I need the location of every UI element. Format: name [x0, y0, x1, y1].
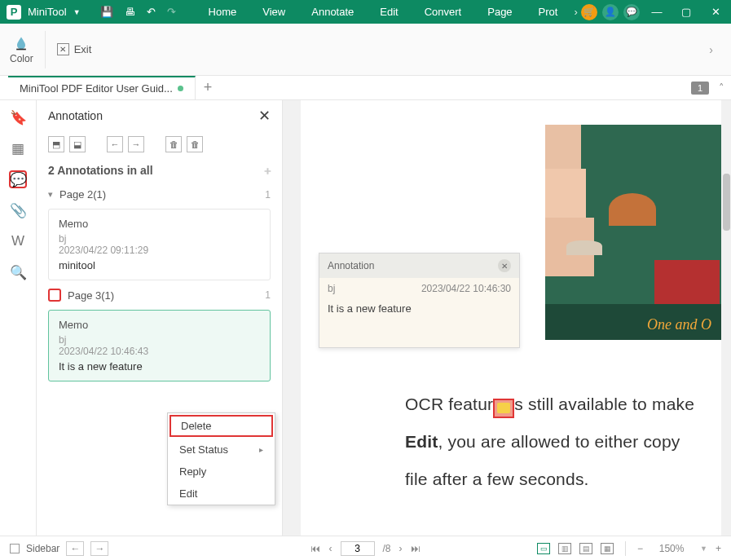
zoom-level-label: 150% — [651, 543, 692, 554]
collapse-all-icon[interactable]: ⬓ — [69, 136, 86, 152]
menu-view[interactable]: View — [249, 6, 298, 18]
annotation-toolbar: ⬒ ⬓ ← → 🗑 🗑 — [37, 131, 282, 157]
page-badge: 1 — [691, 82, 709, 95]
menu-page[interactable]: Page — [474, 6, 525, 18]
menu-convert[interactable]: Convert — [412, 6, 475, 18]
view-facing-cont-icon[interactable]: ▦ — [601, 543, 614, 554]
visibility-toggle-icon[interactable]: ᚐ — [265, 164, 271, 177]
delete-annotation-icon[interactable]: 🗑 — [165, 136, 182, 152]
annotation-group-page2[interactable]: ▾ Page 2(1) 1 — [37, 183, 282, 205]
ribbon: Color ✕ Exit › — [0, 24, 731, 76]
first-page-icon[interactable]: ⏮ — [310, 543, 320, 554]
popup-title: Annotation — [328, 260, 374, 271]
context-menu-set-status[interactable]: Set Status▸ — [168, 439, 275, 461]
prev-annotation-icon[interactable]: ← — [107, 136, 123, 152]
annotation-author: bj — [59, 334, 260, 346]
text-fragment: OCR featur — [405, 395, 493, 413]
annotation-group-page3[interactable]: Page 3(1) 1 — [37, 284, 282, 306]
annotation-panel-title: Annotation — [48, 109, 103, 122]
save-icon[interactable]: 💾 — [100, 6, 113, 18]
print-icon[interactable]: 🖶 — [125, 6, 135, 18]
context-menu-delete[interactable]: Delete — [170, 415, 273, 437]
document-page: One and O Annotation ✕ bj 2023/04/22 10:… — [301, 100, 721, 536]
sidebar-checkbox[interactable] — [10, 544, 20, 553]
next-page-side-icon[interactable]: → — [90, 541, 108, 556]
annotation-popup[interactable]: Annotation ✕ bj 2023/04/22 10:46:30 It i… — [319, 253, 520, 348]
text-fragment-bold: Edit — [405, 432, 438, 451]
annotation-body: It is a new feature — [59, 360, 260, 373]
exit-label: Exit — [74, 43, 92, 55]
feedback-icon[interactable]: 💬 — [623, 4, 640, 20]
delete-all-annotations-icon[interactable]: 🗑 — [187, 136, 203, 152]
maximize-button[interactable]: ▢ — [674, 1, 698, 24]
page-number-input[interactable] — [340, 541, 374, 556]
ribbon-scroll-right-icon[interactable]: › — [701, 35, 721, 64]
annotation-group-label: Page 3(1) — [68, 289, 114, 302]
menu-protect[interactable]: Prot — [526, 6, 571, 18]
annotations-icon[interactable]: 💬 — [9, 170, 27, 188]
close-window-button[interactable]: ✕ — [703, 1, 728, 24]
annotation-group-label: Page 2(1) — [59, 188, 106, 201]
text-fragment: , you are allowed to either copy — [438, 432, 680, 451]
bookmark-icon[interactable]: 🔖 — [9, 108, 27, 126]
last-page-icon[interactable]: ⏭ — [411, 543, 421, 554]
document-image: One and O — [545, 125, 721, 340]
add-tab-button[interactable]: + — [196, 79, 221, 96]
menu-overflow-icon[interactable]: › — [570, 6, 580, 18]
next-annotation-icon[interactable]: → — [128, 136, 144, 152]
color-tool[interactable]: Color — [10, 35, 33, 64]
menu-edit[interactable]: Edit — [367, 6, 411, 18]
collapse-icon[interactable]: ˄ — [712, 82, 731, 94]
popup-close-icon[interactable]: ✕ — [498, 259, 511, 272]
attachments-icon[interactable]: 📎 — [9, 201, 27, 219]
brand-dropdown-icon[interactable]: ▼ — [73, 8, 81, 16]
document-tab-active[interactable]: MiniTool PDF Editor User Guid... — [8, 76, 196, 99]
menu-annotate[interactable]: Annotate — [298, 6, 367, 18]
search-icon[interactable]: 🔍 — [9, 263, 27, 281]
comment-marker-icon[interactable] — [493, 399, 514, 418]
view-continuous-icon[interactable]: ▥ — [558, 543, 571, 554]
app-logo: P — [7, 5, 21, 20]
exit-icon: ✕ — [57, 43, 69, 55]
app-brand: MiniTool — [28, 6, 67, 18]
sidebar-label: Sidebar — [26, 543, 59, 554]
annotation-card-selected[interactable]: Memo bj 2023/04/22 10:46:43 It is a new … — [48, 310, 271, 381]
menu-home[interactable]: Home — [196, 6, 250, 18]
zoom-dropdown-icon[interactable]: ▼ — [700, 545, 707, 553]
scrollbar-thumb[interactable] — [723, 174, 730, 231]
minimize-button[interactable]: — — [645, 1, 669, 24]
image-caption: One and O — [647, 316, 711, 333]
annotation-author: bj — [59, 233, 260, 245]
view-facing-icon[interactable]: ▤ — [579, 543, 592, 554]
document-viewport[interactable]: One and O Annotation ✕ bj 2023/04/22 10:… — [283, 100, 731, 536]
annotation-group-count: 1 — [265, 189, 271, 201]
main-area: 🔖 ▦ 💬 📎 W 🔍 Annotation ✕ ⬒ ⬓ ← → 🗑 🗑 — [0, 100, 731, 536]
view-single-icon[interactable]: ▭ — [537, 543, 550, 554]
next-page-icon[interactable]: › — [399, 543, 403, 554]
cart-icon[interactable]: 🛒 — [581, 4, 597, 20]
color-tool-label: Color — [10, 53, 33, 64]
context-menu-reply[interactable]: Reply — [168, 461, 275, 483]
prev-page-icon[interactable]: ‹ — [328, 543, 332, 554]
expand-all-icon[interactable]: ⬒ — [48, 136, 64, 152]
annotation-count-label: 2 Annotations in all — [48, 164, 153, 177]
context-menu-edit[interactable]: Edit — [168, 483, 275, 505]
zoom-in-icon[interactable]: + — [716, 543, 721, 554]
redo-icon[interactable]: ↷ — [167, 6, 176, 18]
annotation-panel-close-icon[interactable]: ✕ — [258, 107, 271, 125]
context-menu: Delete Set Status▸ Reply Edit — [167, 412, 275, 505]
account-icon[interactable]: 👤 — [602, 4, 619, 20]
annotation-timestamp: 2023/04/22 09:11:29 — [59, 245, 260, 256]
zoom-out-icon[interactable]: − — [637, 543, 643, 554]
vertical-scrollbar[interactable] — [721, 100, 731, 536]
undo-icon[interactable]: ↶ — [147, 6, 156, 18]
color-drop-icon — [12, 35, 30, 51]
exit-button[interactable]: ✕ Exit — [57, 43, 92, 55]
word-icon[interactable]: W — [9, 232, 27, 250]
annotation-title: Memo — [59, 218, 260, 230]
prev-page-side-icon[interactable]: ← — [66, 541, 84, 556]
text-fragment: file after a few seconds. — [405, 461, 721, 498]
thumbnails-icon[interactable]: ▦ — [9, 139, 27, 157]
annotation-card[interactable]: Memo bj 2023/04/22 09:11:29 minitool — [48, 209, 271, 280]
unsaved-indicator-icon — [178, 86, 183, 91]
